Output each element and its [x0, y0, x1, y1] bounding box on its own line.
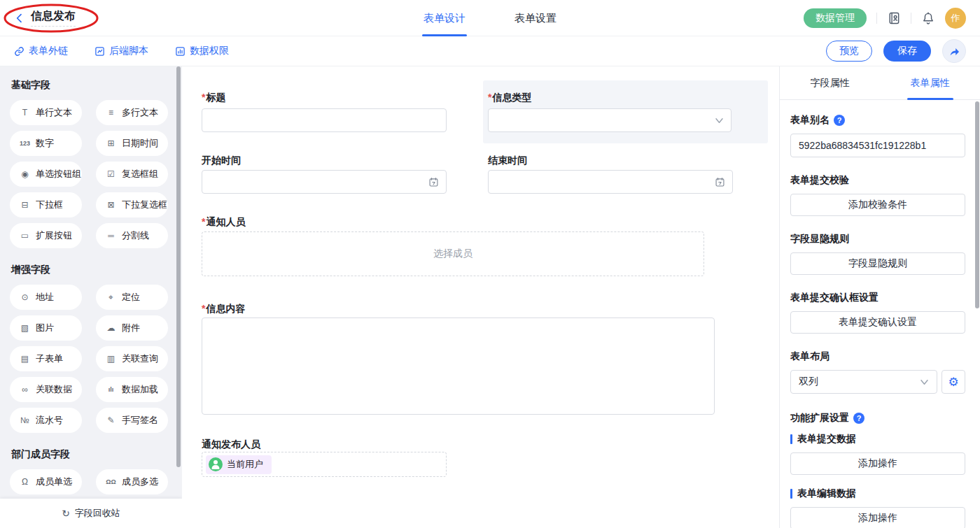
tab-form-design[interactable]: 表单设计 — [424, 0, 465, 36]
form-alias-heading: 表单别名 ? — [790, 114, 965, 127]
info-content-textarea[interactable] — [202, 317, 715, 415]
field-recycle-bin-button[interactable]: ↻ 字段回收站 — [0, 499, 182, 528]
divider — [876, 13, 877, 24]
extension-settings-heading: 功能扩展设置 ? — [790, 412, 965, 424]
help-icon[interactable]: ? — [834, 115, 845, 126]
start-time-input[interactable] — [202, 170, 447, 194]
tab-field-properties[interactable]: 字段属性 — [780, 66, 880, 99]
calendar-icon — [428, 177, 439, 187]
current-user-tag[interactable]: 当前用户 — [206, 455, 272, 474]
tab-form-settings[interactable]: 表单设置 — [514, 0, 556, 36]
info-type-field-label: 信息类型 — [488, 92, 531, 104]
people-icon: ΩΩ — [105, 479, 117, 485]
bar-chart-icon: ılı — [105, 387, 117, 393]
contacts-button[interactable] — [887, 11, 901, 25]
layout-settings-button[interactable]: ⚙ — [941, 370, 965, 394]
palette-item-number[interactable]: 123数字 — [10, 131, 82, 156]
relation-query-icon: ▥ — [105, 355, 117, 363]
notifications-button[interactable] — [921, 11, 935, 25]
page-title: 信息发布 — [31, 9, 76, 27]
title-field-label: 标题 — [202, 92, 225, 104]
palette-item-relation-query[interactable]: ▥关联查询 — [96, 346, 168, 371]
info-type-select[interactable] — [488, 108, 732, 132]
field-visibility-heading: 字段显隐规则 — [790, 233, 965, 245]
checkbox-icon: ☑ — [105, 170, 117, 178]
header-tabs: 表单设计 表单设置 — [424, 0, 556, 36]
back-button[interactable] — [14, 13, 25, 24]
divider — [911, 13, 911, 24]
palette-item-datetime[interactable]: ⊞日期时间 — [96, 131, 168, 156]
field-palette-sidebar: 基础字段 T单行文本 ≡多行文本 123数字 ⊞日期时间 ◉单选按钮组 ☑复选框… — [0, 66, 182, 528]
section-enhanced-fields: 增强字段 — [11, 264, 182, 276]
palette-item-serial-number[interactable]: №流水号 — [10, 408, 82, 433]
notify-members-field-label: 通知人员 — [202, 216, 245, 229]
palette-item-extend-button[interactable]: ▭扩展按钮 — [10, 223, 82, 248]
palette-item-single-line-text[interactable]: T单行文本 — [10, 100, 82, 125]
palette-item-multi-line-text[interactable]: ≡多行文本 — [96, 100, 168, 125]
toolbar: 表单外链 后端脚本 数据权限 预览 保存 — [0, 36, 980, 66]
properties-panel: 字段属性 表单属性 表单别名 ? 5922ba68834531fc191228b… — [779, 66, 980, 528]
form-layout-heading: 表单布局 — [790, 350, 965, 363]
subform-icon: ▤ — [19, 355, 31, 363]
calendar-icon: ⊞ — [105, 139, 117, 148]
multiline-icon: ≡ — [105, 108, 117, 117]
palette-item-member-single[interactable]: Ω成员单选 — [10, 469, 82, 494]
end-time-input[interactable] — [488, 170, 733, 194]
back-chevron-icon — [14, 13, 25, 24]
map-pin-icon: ⊙ — [19, 293, 31, 301]
publisher-picker[interactable]: 当前用户 — [202, 452, 447, 477]
backend-script-button[interactable]: 后端脚本 — [94, 45, 148, 57]
chevron-down-icon — [920, 379, 929, 385]
palette-item-data-load[interactable]: ılı数据加载 — [96, 377, 168, 402]
data-manage-button[interactable]: 数据管理 — [804, 8, 867, 28]
sidebar-scrollbar[interactable] — [176, 66, 181, 467]
field-visibility-rules-button[interactable]: 字段显隐规则 — [790, 252, 965, 275]
title-input[interactable] — [202, 108, 447, 132]
share-arrow-icon — [948, 46, 960, 57]
form-designer-app: 信息发布 表单设计 表单设置 数据管理 作 — [0, 0, 980, 528]
notify-members-picker[interactable]: 选择成员 — [202, 231, 704, 276]
help-icon[interactable]: ? — [853, 413, 864, 424]
form-layout-select[interactable]: 双列 — [790, 370, 937, 394]
palette-item-location[interactable]: ⌖定位 — [96, 285, 168, 310]
add-edit-action-button[interactable]: 添加操作 — [790, 507, 965, 528]
image-icon: ▧ — [19, 324, 31, 332]
end-time-field-label: 结束时间 — [488, 155, 527, 167]
add-validation-button[interactable]: 添加校验条件 — [790, 194, 965, 216]
user-icon — [209, 457, 223, 471]
palette-item-multi-dropdown[interactable]: ⊠下拉复选框 — [96, 192, 168, 217]
palette-item-member-multi[interactable]: ΩΩ成员多选 — [96, 469, 168, 494]
submit-data-subheading: 表单提交数据 — [790, 433, 965, 445]
form-alias-input[interactable]: 5922ba68834531fc191228b1 — [790, 134, 965, 157]
gear-icon: ⚙ — [948, 375, 958, 390]
share-button[interactable] — [942, 39, 966, 63]
palette-item-signature[interactable]: ✎手写签名 — [96, 408, 168, 433]
palette-item-image[interactable]: ▧图片 — [10, 315, 82, 341]
chevron-down-icon — [715, 117, 724, 124]
avatar[interactable]: 作 — [945, 8, 966, 29]
palette-item-divider[interactable]: ═分割线 — [96, 223, 168, 248]
preview-button[interactable]: 预览 — [826, 41, 872, 62]
form-external-link-button[interactable]: 表单外链 — [14, 45, 68, 57]
tab-form-properties[interactable]: 表单属性 — [880, 66, 980, 99]
palette-item-checkbox-group[interactable]: ☑复选框组 — [96, 162, 168, 187]
save-button[interactable]: 保存 — [883, 41, 931, 62]
palette-item-radio-group[interactable]: ◉单选按钮组 — [10, 162, 82, 187]
palette-item-dropdown[interactable]: ⊟下拉框 — [10, 192, 82, 217]
cloud-upload-icon: ☁ — [105, 324, 117, 332]
address-book-icon — [887, 11, 901, 25]
data-permission-button[interactable]: 数据权限 — [175, 45, 229, 57]
add-submit-action-button[interactable]: 添加操作 — [790, 452, 965, 475]
chain-icon: ∞ — [19, 385, 31, 394]
palette-item-relation-data[interactable]: ∞关联数据 — [10, 377, 82, 402]
palette-item-address[interactable]: ⊙地址 — [10, 285, 82, 310]
crosshair-icon: ⌖ — [105, 293, 117, 301]
palette-item-attachment[interactable]: ☁附件 — [96, 315, 168, 341]
palette-item-subform[interactable]: ▤子表单 — [10, 346, 82, 371]
bell-icon — [921, 11, 935, 25]
panel-scrollbar[interactable] — [975, 101, 979, 308]
radio-icon: ◉ — [19, 170, 31, 178]
text-cursor-icon: T — [19, 108, 31, 117]
submit-confirm-heading: 表单提交确认框设置 — [790, 292, 965, 304]
submit-confirm-settings-button[interactable]: 表单提交确认设置 — [790, 311, 965, 334]
